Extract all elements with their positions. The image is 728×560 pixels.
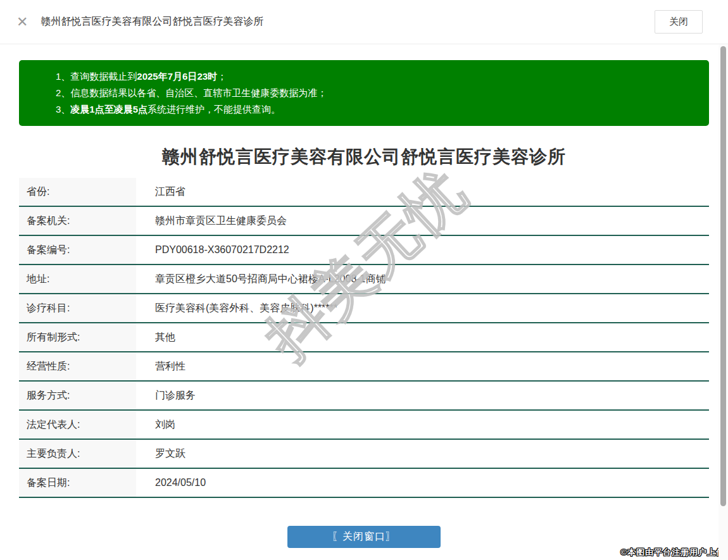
attribution-text: ©本图由平台注册用户上传 bbox=[620, 547, 725, 558]
scrollbar[interactable] bbox=[719, 45, 728, 560]
table-row-filing-authority: 备案机关: 赣州市章贡区卫生健康委员会 bbox=[19, 207, 709, 236]
table-row-legal-representative: 法定代表人: 刘岗 bbox=[19, 411, 709, 440]
row-label: 地址: bbox=[19, 265, 136, 293]
row-value: 2024/05/10 bbox=[136, 469, 709, 497]
row-label: 备案机关: bbox=[19, 207, 136, 235]
close-window-button[interactable]: 〖关闭窗口〗 bbox=[287, 526, 441, 548]
row-label: 服务方式: bbox=[19, 382, 136, 409]
dialog-content: 1、查询数据截止到2025年7月6日23时； 2、信息数据结果以各省、自治区、直… bbox=[0, 60, 728, 548]
notice-text: 3、 bbox=[56, 104, 70, 115]
dialog-header: ✕ 赣州舒悦言医疗美容有限公司舒悦言医疗美容诊所 关闭 bbox=[0, 0, 728, 44]
table-row-service-mode: 服务方式: 门诊服务 bbox=[19, 382, 709, 411]
table-row-operating-nature: 经营性质: 营利性 bbox=[19, 352, 709, 382]
table-row-medical-subjects: 诊疗科目: 医疗美容科(美容外科、美容皮肤科)****** bbox=[19, 294, 709, 323]
row-label: 省份: bbox=[19, 178, 136, 206]
row-value: 刘岗 bbox=[136, 411, 709, 439]
row-label: 主要负责人: bbox=[19, 440, 136, 468]
row-value: 营利性 bbox=[136, 352, 709, 380]
row-label: 法定代表人: bbox=[19, 411, 136, 439]
row-value: 赣州市章贡区卫生健康委员会 bbox=[136, 207, 709, 235]
scrollbar-thumb[interactable] bbox=[720, 46, 726, 506]
row-value: 江西省 bbox=[136, 178, 709, 206]
close-icon[interactable]: ✕ bbox=[16, 15, 28, 29]
table-row-ownership-type: 所有制形式: 其他 bbox=[19, 323, 709, 352]
notice-line-3: 3、凌晨1点至凌晨5点系统进行维护，不能提供查询。 bbox=[56, 101, 696, 118]
notice-bold-text: 2025年7月6日23时 bbox=[137, 71, 217, 82]
table-row-province: 省份: 江西省 bbox=[19, 178, 709, 207]
row-label: 备案日期: bbox=[19, 469, 136, 497]
notice-line-2: 2、信息数据结果以各省、自治区、直辖市卫生健康委数据为准； bbox=[56, 85, 696, 101]
info-table: 省份: 江西省 备案机关: 赣州市章贡区卫生健康委员会 备案编号: PDY006… bbox=[19, 178, 709, 498]
notice-text: ； bbox=[217, 71, 227, 82]
institution-title: 赣州舒悦言医疗美容有限公司舒悦言医疗美容诊所 bbox=[19, 146, 709, 168]
row-value: PDY00618-X36070217D2212 bbox=[136, 236, 709, 264]
row-value: 其他 bbox=[136, 323, 709, 351]
table-row-address: 地址: 章贡区橙乡大道50号招商局中心裙楼A-L2008-1商铺 bbox=[19, 265, 709, 294]
row-label: 所有制形式: bbox=[19, 323, 136, 351]
table-row-filing-number: 备案编号: PDY00618-X36070217D2212 bbox=[19, 236, 709, 265]
notice-banner: 1、查询数据截止到2025年7月6日23时； 2、信息数据结果以各省、自治区、直… bbox=[19, 60, 709, 126]
close-button[interactable]: 关闭 bbox=[655, 10, 703, 34]
dialog-page: ✕ 赣州舒悦言医疗美容有限公司舒悦言医疗美容诊所 关闭 1、查询数据截止到202… bbox=[0, 0, 728, 560]
table-row-filing-date: 备案日期: 2024/05/10 bbox=[19, 469, 709, 498]
row-value: 罗文跃 bbox=[136, 440, 709, 468]
row-value: 门诊服务 bbox=[136, 382, 709, 409]
dialog-title: 赣州舒悦言医疗美容有限公司舒悦言医疗美容诊所 bbox=[41, 15, 263, 28]
notice-bold-text: 凌晨1点至凌晨5点 bbox=[70, 104, 147, 115]
row-value: 章贡区橙乡大道50号招商局中心裙楼A-L2008-1商铺 bbox=[136, 265, 709, 293]
notice-line-1: 1、查询数据截止到2025年7月6日23时； bbox=[56, 68, 696, 85]
notice-text: 1、查询数据截止到 bbox=[56, 71, 137, 82]
row-label: 诊疗科目: bbox=[19, 294, 136, 322]
row-value: 医疗美容科(美容外科、美容皮肤科)****** bbox=[136, 294, 709, 322]
table-row-principal-person: 主要负责人: 罗文跃 bbox=[19, 440, 709, 469]
bottom-button-area: 〖关闭窗口〗 bbox=[19, 526, 709, 548]
row-label: 备案编号: bbox=[19, 236, 136, 264]
row-label: 经营性质: bbox=[19, 352, 136, 380]
notice-text: 2、信息数据结果以各省、自治区、直辖市卫生健康委数据为准； bbox=[56, 87, 327, 98]
notice-text: 系统进行维护，不能提供查询。 bbox=[147, 104, 280, 115]
